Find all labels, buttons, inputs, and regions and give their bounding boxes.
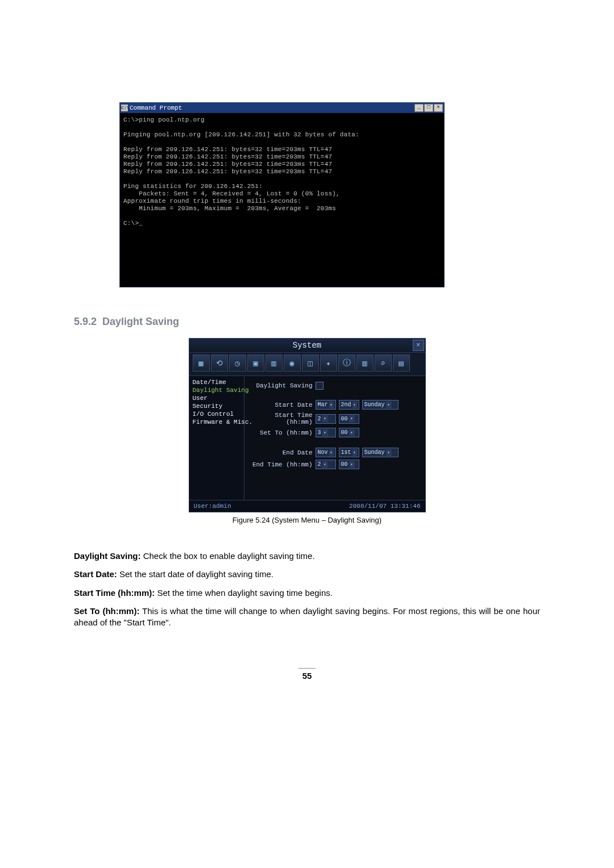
- text-p4: This is what the time will change to whe…: [74, 606, 540, 627]
- daylight-saving-label: Daylight Saving: [250, 382, 313, 389]
- end-date-label: End Date: [250, 449, 313, 456]
- info-icon[interactable]: ⓘ: [338, 354, 355, 372]
- cmd-title: Command Prompt: [130, 105, 182, 111]
- chevron-down-icon: ▾: [352, 449, 357, 456]
- search-icon[interactable]: ⌕: [375, 354, 392, 372]
- set-to-hour-select[interactable]: 3▾: [316, 428, 336, 437]
- term-set-to: Set To (hh:mm):: [74, 606, 139, 616]
- sidebar-item-datetime[interactable]: Date/Time: [189, 378, 244, 386]
- start-time-hour-select[interactable]: 2▾: [316, 414, 336, 424]
- term-start-date: Start Date:: [74, 569, 117, 579]
- close-button[interactable]: ×: [434, 104, 443, 112]
- term-start-time: Start Time (hh:mm):: [74, 588, 155, 598]
- sidebar-item-daylight[interactable]: Daylight Saving: [189, 386, 244, 394]
- chevron-down-icon: ▾: [329, 449, 334, 456]
- cmd-output: C:\>ping pool.ntp.org Pinging pool.ntp.o…: [120, 113, 444, 287]
- text-p2: Set the start date of daylight saving ti…: [117, 569, 273, 579]
- command-prompt-window: C:\ Command Prompt _ □ × C:\>ping pool.n…: [119, 102, 445, 287]
- chevron-down-icon: ▾: [349, 415, 355, 422]
- chevron-down-icon: ▾: [329, 402, 334, 408]
- term-daylight-saving: Daylight Saving:: [74, 551, 141, 561]
- status-user: User:admin: [194, 503, 231, 510]
- layout-icon[interactable]: ◫: [302, 354, 319, 372]
- daylight-saving-checkbox[interactable]: [316, 382, 323, 390]
- text-p3: Set the time when daylight saving time b…: [155, 588, 333, 598]
- exit-icon[interactable]: ▤: [393, 354, 410, 372]
- status-datetime: 2008/11/07 13:31:46: [349, 503, 420, 510]
- maximize-button[interactable]: □: [424, 104, 433, 112]
- cmd-titlebar: C:\ Command Prompt _ □ ×: [120, 103, 444, 113]
- chip-icon[interactable]: ▥: [265, 354, 283, 372]
- sidebar-item-security[interactable]: Security: [189, 402, 244, 410]
- system-menu-window: System × ▦ ⟲ ◷ ▣ ▥ ◉ ◫ ✦ ⓘ ▥ ⌕ ▤ Date/Ti…: [189, 338, 426, 512]
- sys-content: Daylight Saving Start Date Mar▾ 2nd▾ Sun…: [244, 376, 425, 500]
- end-time-label: End Time (hh:mm): [250, 461, 313, 468]
- set-to-label: Set To (hh:mm): [250, 429, 313, 436]
- camera-icon[interactable]: ◉: [284, 354, 301, 372]
- sidebar-item-firmware[interactable]: Firmware & Misc.: [189, 418, 244, 426]
- cmd-app-icon: C:\: [121, 105, 128, 111]
- user-icon[interactable]: ▣: [247, 354, 264, 372]
- end-date-week-select[interactable]: 1st▾: [339, 448, 359, 457]
- end-time-hour-select[interactable]: 2▾: [316, 460, 336, 469]
- sys-sidebar: Date/Time Daylight Saving User Security …: [189, 376, 244, 500]
- body-copy: Daylight Saving: Check the box to enable…: [74, 550, 540, 628]
- minimize-button[interactable]: _: [414, 104, 424, 112]
- start-date-label: Start Date: [250, 402, 313, 408]
- magic-icon[interactable]: ✦: [320, 354, 337, 372]
- grid-icon[interactable]: ▦: [193, 354, 210, 372]
- card-icon[interactable]: ▥: [356, 354, 374, 372]
- set-to-minute-select[interactable]: 00▾: [339, 428, 359, 437]
- sys-toolbar: ▦ ⟲ ◷ ▣ ▥ ◉ ◫ ✦ ⓘ ▥ ⌕ ▤: [189, 353, 425, 376]
- start-date-week-select[interactable]: 2nd▾: [339, 400, 359, 410]
- sys-close-button[interactable]: ×: [413, 340, 424, 351]
- start-date-month-select[interactable]: Mar▾: [316, 400, 336, 410]
- chevron-down-icon: ▾: [322, 415, 328, 422]
- chevron-down-icon: ▾: [349, 461, 355, 468]
- sys-titlebar: System ×: [189, 339, 425, 353]
- back-icon[interactable]: ⟲: [211, 354, 228, 372]
- sys-statusbar: User:admin 2008/11/07 13:31:46: [189, 500, 425, 512]
- sys-title: System: [293, 341, 321, 350]
- text-p1: Check the box to enable daylight saving …: [141, 551, 315, 561]
- chevron-down-icon: ▾: [352, 402, 357, 408]
- section-heading: 5.9.2Daylight Saving: [74, 316, 540, 328]
- end-date-month-select[interactable]: Nov▾: [316, 448, 336, 457]
- end-date-day-select[interactable]: Sunday▾: [362, 448, 399, 457]
- section-number: 5.9.2: [74, 316, 97, 327]
- chevron-down-icon: ▾: [322, 429, 328, 436]
- end-time-minute-select[interactable]: 00▾: [339, 460, 359, 469]
- clock-icon[interactable]: ◷: [229, 354, 246, 372]
- chevron-down-icon: ▾: [386, 449, 392, 456]
- start-time-label: Start Time (hh:mm): [250, 412, 313, 425]
- chevron-down-icon: ▾: [322, 461, 328, 468]
- start-time-minute-select[interactable]: 00▾: [339, 414, 359, 424]
- chevron-down-icon: ▾: [349, 429, 355, 436]
- start-date-day-select[interactable]: Sunday▾: [362, 400, 399, 410]
- section-title: Daylight Saving: [102, 316, 179, 327]
- sidebar-item-io[interactable]: I/O Control: [189, 410, 244, 418]
- figure-caption: Figure 5.24 (System Menu – Daylight Savi…: [74, 516, 540, 524]
- page-number: 55: [298, 668, 316, 681]
- chevron-down-icon: ▾: [386, 402, 392, 408]
- sidebar-item-user[interactable]: User: [189, 394, 244, 402]
